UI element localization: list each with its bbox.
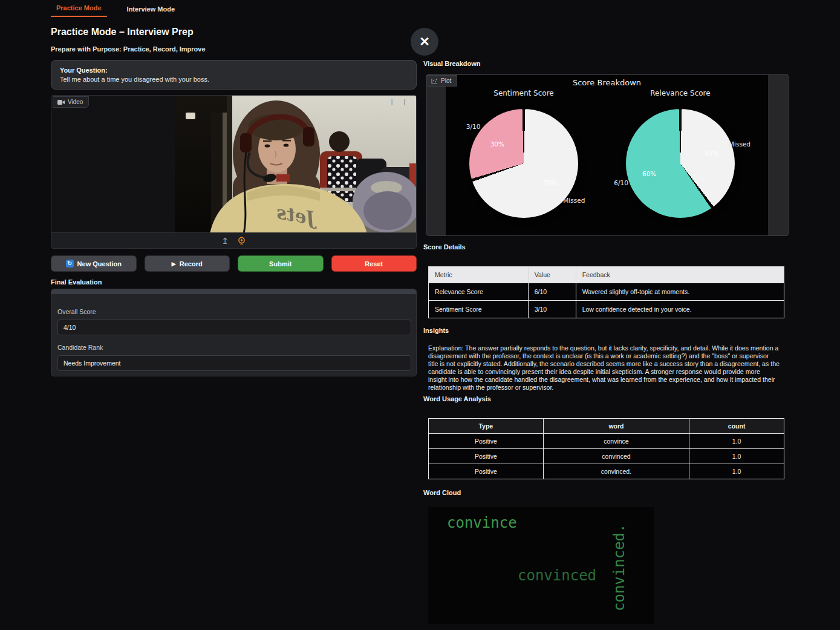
webcam-scene: Jets xyxy=(175,96,417,234)
pie-slice-label: 6/10 xyxy=(614,179,628,186)
webcam-icon[interactable] xyxy=(237,237,246,245)
pie-slice-label: Missed xyxy=(563,197,585,204)
word-cloud-heading: Word Cloud xyxy=(423,489,461,496)
column-header: word xyxy=(543,419,689,434)
final-evaluation-heading: Final Evaluation xyxy=(51,278,102,286)
toolbar-divider: | xyxy=(391,99,393,105)
pie-percent-label: 70% xyxy=(543,179,557,186)
table-cell: Wavered slightly off-topic at moments. xyxy=(576,283,784,301)
insights-text: Explanation: The answer partially respon… xyxy=(428,344,780,392)
new-question-button[interactable]: ↻ New Question xyxy=(51,255,137,272)
upload-icon[interactable]: ↥ xyxy=(221,237,229,245)
trim-icon[interactable]: ✂ xyxy=(395,97,401,106)
video-label: Video xyxy=(68,99,83,105)
table-cell: 3/10 xyxy=(528,301,576,318)
video-component: Video ↺ | ✂ | ✕ xyxy=(51,95,417,249)
table-cell: Sentiment Score xyxy=(429,301,529,318)
word-usage-table: TypewordcountPositiveconvince1.0Positive… xyxy=(428,418,784,479)
column-header: Type xyxy=(429,419,544,434)
video-footer: ↥ xyxy=(51,232,416,248)
final-evaluation-panel: Overall Score 4/10 Candidate Rank Needs … xyxy=(51,289,417,376)
column-header: Metric xyxy=(429,267,529,283)
table-cell: Positive xyxy=(429,464,544,479)
page-subtitle: Prepare with Purpose: Practice, Record, … xyxy=(51,45,206,53)
tab-interview-mode[interactable]: Interview Mode xyxy=(122,1,180,17)
column-header: Value xyxy=(528,267,576,283)
close-icon: ✕ xyxy=(419,34,430,49)
table-cell: Positive xyxy=(429,434,544,449)
close-icon[interactable]: ✕ xyxy=(408,97,414,106)
webcam-frame: Jets xyxy=(175,96,417,234)
table-row: Positiveconvince1.0 xyxy=(429,434,784,449)
table-cell: 1.0 xyxy=(689,434,784,449)
page-title: Practice Mode – Interview Prep xyxy=(51,27,194,38)
mode-tabs: Practice Mode Interview Mode xyxy=(51,0,180,17)
toolbar-divider: | xyxy=(403,99,405,105)
video-chip: Video xyxy=(53,96,89,108)
table-cell: 6/10 xyxy=(528,283,576,301)
plot-icon xyxy=(431,78,438,84)
question-box: Your Question: Tell me about a time you … xyxy=(51,60,417,90)
word-usage-heading: Word Usage Analysis xyxy=(423,395,491,402)
table-row: Positiveconvinced1.0 xyxy=(429,449,784,464)
table-cell: Relevance Score xyxy=(429,283,529,301)
question-text: Tell me about a time you disagreed with … xyxy=(60,76,408,83)
table-cell: Positive xyxy=(429,449,544,464)
score-breakdown-plot: Score Breakdown Sentiment Score Relevanc… xyxy=(446,75,768,235)
action-buttons: ↻ New Question ▶ Record Submit Reset xyxy=(51,255,417,272)
reset-button[interactable]: Reset xyxy=(331,255,417,272)
record-button[interactable]: ▶ Record xyxy=(145,255,230,272)
sentiment-pie-circle xyxy=(469,109,578,218)
pie-percent-label: 60% xyxy=(642,170,656,177)
pie-percent-label: 40% xyxy=(705,149,718,157)
column-header: Feedback xyxy=(576,267,784,283)
play-icon: ▶ xyxy=(172,261,176,267)
visual-breakdown-heading: Visual Breakdown xyxy=(423,60,481,67)
score-details-heading: Score Details xyxy=(423,243,466,251)
candidate-rank-field[interactable]: Needs Improvement xyxy=(57,355,411,371)
question-label: Your Question: xyxy=(60,67,408,74)
video-camera-icon xyxy=(57,99,65,105)
overall-score-label: Overall Score xyxy=(57,308,96,315)
cloud-word: convinced xyxy=(518,567,596,584)
table-row: Relevance Score6/10Wavered slightly off-… xyxy=(429,283,784,301)
table-row: Sentiment Score3/10Low confidence detect… xyxy=(429,301,784,318)
submit-button[interactable]: Submit xyxy=(238,255,324,272)
overall-score-field[interactable]: 4/10 xyxy=(57,320,411,335)
pie-percent-label: 30% xyxy=(490,140,504,148)
plot-panel: Plot Score Breakdown Sentiment Score Rel… xyxy=(426,74,789,236)
undo-icon[interactable]: ↺ xyxy=(383,97,389,106)
table-cell: convinced. xyxy=(543,464,689,479)
sentiment-pie: 3/1030%Missed70% xyxy=(445,85,602,242)
column-header: count xyxy=(689,419,784,434)
panel-top-strip xyxy=(51,289,416,294)
candidate-rank-label: Candidate Rank xyxy=(57,344,103,351)
cloud-word: convince xyxy=(447,514,517,531)
table-cell: convince xyxy=(543,434,689,449)
insights-heading: Insights xyxy=(423,327,449,334)
relevance-pie: 6/1060%Missed40% xyxy=(602,85,759,242)
table-cell: Low confidence detected in your voice. xyxy=(576,301,784,318)
plot-badge: Plot xyxy=(426,75,457,87)
cloud-word: convinced. xyxy=(611,524,628,612)
relevance-pie-circle xyxy=(626,109,735,218)
tab-practice-mode[interactable]: Practice Mode xyxy=(51,0,107,17)
pie-slice-label: 3/10 xyxy=(466,123,481,130)
video-display[interactable]: Jets xyxy=(51,96,416,234)
table-cell: convinced xyxy=(543,449,689,464)
video-toolbar: ↺ | ✂ | ✕ xyxy=(383,97,414,106)
refresh-icon: ↻ xyxy=(66,260,74,267)
table-row: Positiveconvinced.1.0 xyxy=(429,464,784,479)
close-button[interactable]: ✕ xyxy=(411,28,438,56)
table-cell: 1.0 xyxy=(689,464,784,479)
score-details-table: MetricValueFeedbackRelevance Score6/10Wa… xyxy=(428,266,784,318)
word-cloud-image: convinceconvincedconvinced. xyxy=(428,507,654,624)
table-cell: 1.0 xyxy=(689,449,784,464)
pie-slice-label: Missed xyxy=(729,140,750,148)
